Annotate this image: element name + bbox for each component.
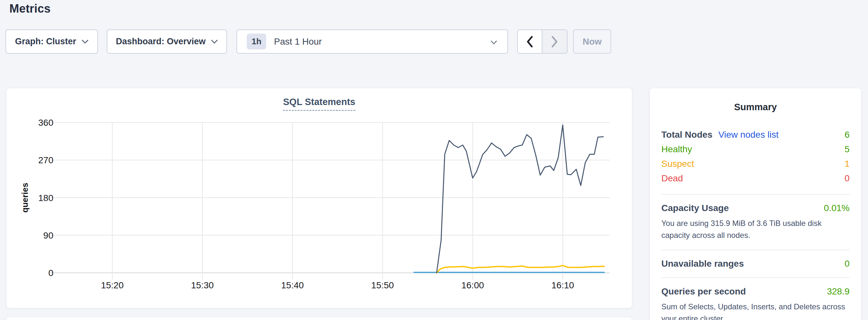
node-status-label: Suspect bbox=[661, 156, 694, 171]
next-chart-card-edge bbox=[6, 317, 632, 320]
divider bbox=[661, 277, 849, 278]
chevron-down-icon bbox=[491, 40, 497, 46]
time-range-label: Past 1 Hour bbox=[274, 36, 322, 47]
svg-text:16:10: 16:10 bbox=[551, 280, 574, 290]
chevron-right-icon bbox=[551, 36, 558, 47]
node-status-row: Healthy5 bbox=[661, 142, 849, 156]
time-forward-button[interactable] bbox=[542, 30, 567, 53]
chart-title[interactable]: SQL Statements bbox=[283, 97, 355, 111]
node-status-value: 5 bbox=[844, 142, 849, 156]
svg-text:270: 270 bbox=[38, 155, 53, 165]
now-button[interactable]: Now bbox=[573, 29, 611, 54]
queries-per-second-value: 328.9 bbox=[827, 286, 849, 297]
chevron-down-icon bbox=[82, 39, 89, 44]
total-nodes-label: Total Nodes bbox=[661, 127, 712, 142]
summary-sidebar: Summary Total Nodes View nodes list 6 He… bbox=[649, 88, 862, 320]
svg-text:15:30: 15:30 bbox=[191, 280, 214, 290]
sql-statements-chart-card: SQL Statements 09018027036015:2015:3015:… bbox=[6, 88, 632, 308]
dashboard-selector-dropdown[interactable]: Dashboard: Overview bbox=[107, 29, 227, 54]
divider bbox=[661, 250, 849, 250]
time-pager bbox=[517, 29, 567, 54]
node-status-rows: Total Nodes View nodes list 6 Healthy5Su… bbox=[661, 127, 849, 186]
capacity-usage-label: Capacity Usage bbox=[661, 203, 729, 213]
now-button-label: Now bbox=[583, 36, 601, 47]
svg-text:90: 90 bbox=[43, 230, 53, 241]
svg-text:0: 0 bbox=[48, 268, 53, 278]
node-status-value: 1 bbox=[844, 156, 849, 171]
summary-title: Summary bbox=[661, 102, 849, 113]
chevron-down-icon bbox=[211, 39, 218, 44]
node-status-row: Suspect1 bbox=[661, 156, 849, 171]
svg-text:16:00: 16:00 bbox=[461, 280, 484, 290]
graph-selector-dropdown[interactable]: Graph: Cluster bbox=[5, 29, 98, 54]
svg-text:180: 180 bbox=[38, 193, 53, 203]
chevron-left-icon bbox=[526, 36, 533, 47]
unavailable-ranges-value: 0 bbox=[844, 259, 849, 269]
dashboard-selector-label: Dashboard: Overview bbox=[116, 36, 206, 46]
metrics-toolbar: Graph: Cluster Dashboard: Overview 1h Pa… bbox=[0, 29, 868, 54]
unavailable-ranges-row: Unavailable ranges 0 bbox=[661, 259, 849, 269]
total-nodes-row: Total Nodes View nodes list 6 bbox=[661, 127, 849, 142]
queries-per-second-label: Queries per second bbox=[661, 286, 746, 297]
capacity-usage-row: Capacity Usage 0.01% bbox=[661, 203, 849, 213]
time-back-button[interactable] bbox=[518, 30, 542, 53]
divider bbox=[661, 194, 849, 195]
node-status-label: Healthy bbox=[661, 142, 692, 156]
page-title: Metrics bbox=[9, 2, 51, 15]
time-range-badge: 1h bbox=[247, 34, 266, 50]
graph-selector-label: Graph: Cluster bbox=[15, 36, 76, 46]
time-range-selector[interactable]: 1h Past 1 Hour bbox=[237, 29, 508, 54]
svg-text:360: 360 bbox=[38, 118, 53, 128]
unavailable-ranges-label: Unavailable ranges bbox=[661, 259, 744, 269]
svg-text:15:50: 15:50 bbox=[371, 280, 394, 290]
total-nodes-value: 6 bbox=[844, 127, 849, 142]
svg-text:15:20: 15:20 bbox=[101, 280, 124, 290]
view-nodes-list-link[interactable]: View nodes list bbox=[718, 127, 778, 142]
queries-per-second-description: Sum of Selects, Updates, Inserts, and De… bbox=[661, 300, 849, 320]
node-status-row: Dead0 bbox=[661, 171, 849, 186]
capacity-usage-description: You are using 315.9 MiB of 3.6 TiB usabl… bbox=[661, 217, 849, 241]
sql-statements-chart[interactable]: 09018027036015:2015:3015:4015:5016:0016:… bbox=[6, 88, 632, 309]
node-status-value: 0 bbox=[844, 171, 849, 186]
svg-text:queries: queries bbox=[20, 183, 30, 213]
node-status-label: Dead bbox=[661, 171, 683, 186]
svg-text:15:40: 15:40 bbox=[281, 280, 304, 290]
queries-per-second-row: Queries per second 328.9 bbox=[661, 286, 849, 297]
capacity-usage-value: 0.01% bbox=[824, 203, 849, 213]
